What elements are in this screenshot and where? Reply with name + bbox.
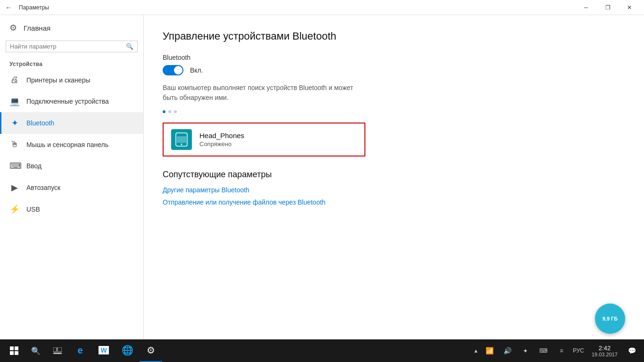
titlebar-left: ← Параметры xyxy=(2,1,49,14)
sidebar-item-mouse[interactable]: 🖱 Мышь и сенсорная панель xyxy=(0,134,143,155)
svg-point-2 xyxy=(181,144,182,145)
word-icon: W xyxy=(99,346,108,354)
device-info: Head_Phones Сопряжено xyxy=(199,132,244,148)
related-link-1[interactable]: Другие параметры Bluetooth xyxy=(163,186,625,194)
storage-bubble: 9,9 ГБ xyxy=(595,304,625,334)
bluetooth-icon: ✦ xyxy=(9,118,20,128)
toggle-row: Вкл. xyxy=(163,65,625,75)
settings-icon: ⚙ xyxy=(147,345,155,356)
device-status: Сопряжено xyxy=(199,140,244,148)
sidebar-item-printers[interactable]: 🖨 Принтеры и сканеры xyxy=(0,69,143,90)
search-hint-text: Ваш компьютер выполняет поиск устройств … xyxy=(163,83,365,103)
sidebar-item-usb[interactable]: ⚡ USB xyxy=(0,198,143,220)
taskbar-app-settings[interactable]: ⚙ xyxy=(140,339,162,362)
toggle-state-label: Вкл. xyxy=(190,66,203,74)
usb-icon: ⚡ xyxy=(9,204,20,214)
svg-rect-6 xyxy=(15,351,18,355)
close-button[interactable]: ✕ xyxy=(619,0,640,15)
task-view-button[interactable] xyxy=(47,339,68,362)
taskbar-app-chrome[interactable]: 🌐 xyxy=(116,339,139,362)
tray-volume-icon[interactable]: 🔊 xyxy=(499,339,516,362)
scanning-dots xyxy=(163,110,625,113)
sidebar-home-label: Главная xyxy=(24,24,50,32)
search-icon: 🔍 xyxy=(126,43,133,50)
related-link-2[interactable]: Отправление или получение файлов через B… xyxy=(163,198,625,206)
svg-rect-1 xyxy=(177,136,186,143)
taskbar-app-ie[interactable]: e xyxy=(69,339,91,362)
sidebar: ⚙ Главная 🔍 Устройства 🖨 Принтеры и скан… xyxy=(0,15,144,339)
sidebar-section-label: Устройства xyxy=(0,58,143,69)
tray-notification-button[interactable]: 💬 xyxy=(623,339,640,362)
toggle-knob xyxy=(174,66,182,74)
sidebar-search-box[interactable]: 🔍 xyxy=(6,41,138,52)
svg-rect-4 xyxy=(15,346,18,350)
svg-rect-5 xyxy=(10,351,14,355)
search-input[interactable] xyxy=(10,43,126,50)
printer-icon: 🖨 xyxy=(9,75,20,85)
content-area: Управление устройствами Bluetooth Blueto… xyxy=(144,15,644,339)
page-title: Управление устройствами Bluetooth xyxy=(163,30,625,42)
tray-overflow-button[interactable]: ▲ xyxy=(471,348,480,354)
titlebar: ← Параметры ─ ❐ ✕ xyxy=(0,0,644,15)
bluetooth-toggle[interactable] xyxy=(163,65,183,75)
dot-1 xyxy=(163,110,165,113)
input-icon: ⌨ xyxy=(9,161,20,171)
device-card[interactable]: Head_Phones Сопряжено xyxy=(163,123,365,156)
bluetooth-section-label: Bluetooth xyxy=(163,54,625,61)
ie-icon: e xyxy=(77,345,83,356)
back-button[interactable]: ← xyxy=(2,1,15,14)
sidebar-item-autorun[interactable]: ▶ Автозапуск xyxy=(0,177,143,198)
svg-rect-7 xyxy=(53,347,57,352)
app-title: Параметры xyxy=(19,4,49,11)
svg-rect-3 xyxy=(10,346,14,350)
home-icon: ⚙ xyxy=(9,23,17,33)
related-params-title: Сопутствующие параметры xyxy=(163,170,625,180)
tray-keyboard-icon[interactable]: ⌨ xyxy=(535,339,552,362)
taskbar-tray: ▲ 📶 🔊 ✦ ⌨ ≡ РУС 2:42 19.03.2017 💬 xyxy=(471,339,640,362)
window-controls: ─ ❐ ✕ xyxy=(575,0,640,15)
tray-bluetooth-icon[interactable]: ✦ xyxy=(517,339,534,362)
app-body: ⚙ Главная 🔍 Устройства 🖨 Принтеры и скан… xyxy=(0,15,644,339)
sidebar-item-label: Принтеры и сканеры xyxy=(26,76,90,84)
tray-network-icon[interactable]: 📶 xyxy=(481,339,498,362)
sidebar-item-label: Ввод xyxy=(26,162,41,170)
tray-language[interactable]: РУС xyxy=(571,347,586,354)
taskbar-search-button[interactable]: 🔍 xyxy=(25,339,46,362)
storage-label: 9,9 ГБ xyxy=(603,316,618,321)
sidebar-item-bluetooth[interactable]: ✦ Bluetooth xyxy=(0,112,143,134)
connected-icon: 💻 xyxy=(9,96,20,107)
clock-time: 2:42 xyxy=(599,345,611,352)
taskbar-app-word[interactable]: W xyxy=(92,339,115,362)
sidebar-home[interactable]: ⚙ Главная xyxy=(0,15,143,41)
dot-3 xyxy=(174,110,177,113)
sidebar-item-connected[interactable]: 💻 Подключенные устройства xyxy=(0,90,143,112)
chrome-icon: 🌐 xyxy=(122,345,133,356)
restore-button[interactable]: ❐ xyxy=(597,0,619,15)
mouse-icon: 🖱 xyxy=(9,140,20,149)
sidebar-item-input[interactable]: ⌨ Ввод xyxy=(0,155,143,177)
sidebar-item-label: Мышь и сенсорная панель xyxy=(26,141,108,148)
taskbar: 🔍 e W 🌐 ⚙ ▲ 📶 🔊 ✦ ⌨ ≡ РУС 2:42 19.03.201… xyxy=(0,339,644,362)
tray-taskbar-icon[interactable]: ≡ xyxy=(553,339,570,362)
svg-rect-8 xyxy=(58,347,62,352)
sidebar-item-label: Bluetooth xyxy=(26,119,54,127)
tray-clock[interactable]: 2:42 19.03.2017 xyxy=(587,345,622,357)
device-icon xyxy=(171,129,192,150)
sidebar-item-label: Автозапуск xyxy=(26,184,60,191)
start-button[interactable] xyxy=(4,339,25,362)
autorun-icon: ▶ xyxy=(9,182,20,193)
dot-2 xyxy=(168,110,171,113)
sidebar-item-label: USB xyxy=(26,206,40,213)
minimize-button[interactable]: ─ xyxy=(575,0,597,15)
clock-date: 19.03.2017 xyxy=(592,352,618,357)
sidebar-item-label: Подключенные устройства xyxy=(26,98,109,105)
svg-rect-9 xyxy=(53,353,62,354)
device-name: Head_Phones xyxy=(199,132,244,140)
